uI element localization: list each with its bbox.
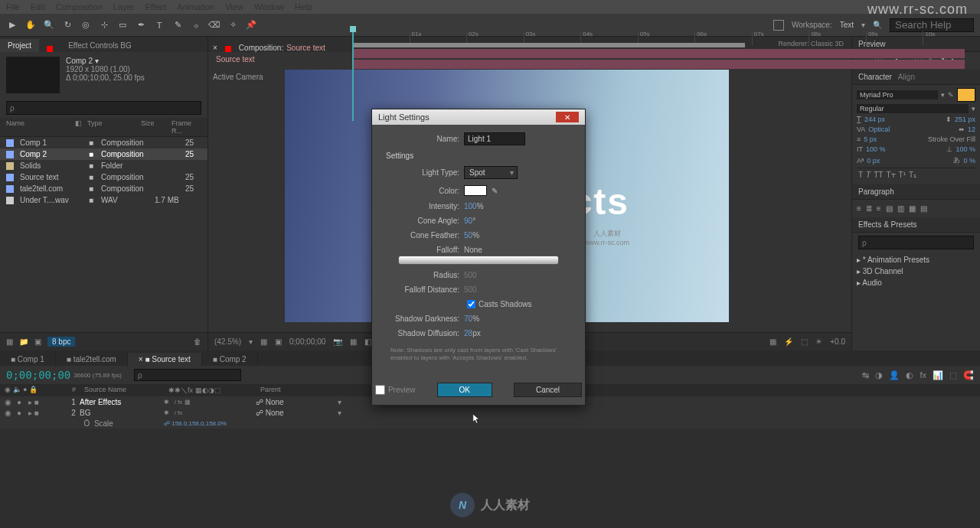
name-input[interactable]	[464, 132, 525, 145]
ok-button[interactable]: OK	[437, 383, 492, 397]
menu-window[interactable]: Window	[254, 2, 284, 11]
light-type-dropdown[interactable]: Spot	[464, 166, 518, 179]
color-eyedropper-icon[interactable]: ✎	[492, 187, 498, 195]
hand-tool-icon[interactable]: ✋	[24, 19, 37, 31]
folder-icon[interactable]: 📁	[19, 337, 28, 346]
menu-layer[interactable]: Layer	[113, 2, 135, 11]
layer-bar-1[interactable]	[352, 49, 965, 58]
menu-view[interactable]: View	[225, 2, 243, 11]
brush-tool-icon[interactable]: ✎	[172, 19, 184, 31]
col-label-icon[interactable]: ◧	[75, 119, 87, 135]
col-switches: ✱✱＼fx ▦◐◑⬚	[168, 386, 260, 396]
dialog-close-button[interactable]: ✕	[556, 112, 579, 122]
col-type[interactable]: Type	[87, 119, 141, 135]
playhead[interactable]	[352, 29, 354, 121]
interpret-icon[interactable]: ▦	[6, 337, 13, 346]
pen-tool-icon[interactable]: ✒	[135, 19, 147, 31]
trash-icon[interactable]: 🗑	[194, 337, 201, 346]
zoom-tool-icon[interactable]: 🔍	[43, 19, 55, 31]
menu-file[interactable]: File	[6, 2, 20, 11]
timeline-tab[interactable]: ■ tale2tell.com	[56, 353, 128, 366]
project-item[interactable]: Comp 1■Composition25	[0, 137, 207, 148]
col-framerate[interactable]: Frame R...	[172, 119, 201, 135]
color-swatch[interactable]	[464, 185, 487, 196]
tab-effect-controls[interactable]: Effect Controls BG	[60, 39, 139, 52]
project-panel: Project Effect Controls BG Comp 2 ▾ 1920…	[0, 37, 208, 350]
falloff-scrub-bar[interactable]	[398, 256, 559, 265]
timeline-tab[interactable]: ■ Comp 2	[202, 353, 258, 366]
comp-tab-label[interactable]: Composition:	[239, 44, 283, 52]
timeline-tab[interactable]: × ■ Source text	[128, 353, 202, 366]
mouse-cursor-icon	[472, 414, 482, 425]
camera-tool-icon[interactable]: ◎	[80, 19, 92, 31]
workspace-arrow-icon[interactable]: ▾	[861, 21, 865, 29]
footer-logo-text: 人人素材	[481, 497, 530, 513]
timeline-search-input[interactable]	[134, 369, 241, 381]
project-item[interactable]: Comp 2■Composition25	[0, 148, 207, 160]
clone-tool-icon[interactable]: ⟐	[190, 19, 202, 31]
eraser-tool-icon[interactable]: ⌫	[208, 19, 220, 31]
rotate-tool-icon[interactable]: ↻	[61, 19, 74, 31]
comp-thumbnail	[6, 57, 60, 93]
menu-help[interactable]: Help	[295, 2, 312, 11]
tab-project[interactable]: Project	[0, 39, 39, 52]
project-item[interactable]: Under T....wav■WAV1.7 MB	[0, 194, 207, 206]
col-name[interactable]: Name	[6, 119, 75, 135]
zoom-dropdown[interactable]: (42.5%)	[214, 337, 241, 346]
new-comp-icon[interactable]: ▣	[34, 337, 41, 346]
cone-angle-value[interactable]: 90	[464, 217, 472, 225]
search-help-input[interactable]	[890, 18, 974, 32]
shadow-darkness-value[interactable]: 70	[464, 315, 472, 323]
shadow-diffusion-value[interactable]: 28	[464, 329, 472, 337]
snapshot-icon[interactable]: 📷	[333, 337, 342, 346]
project-item[interactable]: Solids■Folder	[0, 160, 207, 171]
mask-icon[interactable]: ▣	[275, 337, 282, 346]
cone-angle-label: Cone Angle:	[383, 217, 464, 225]
menu-composition[interactable]: Composition	[56, 2, 103, 11]
selection-tool-icon[interactable]: ▶	[6, 19, 18, 31]
timeline-tab[interactable]: ■ Comp 1	[0, 353, 56, 366]
preview-label: Preview	[388, 386, 416, 394]
intensity-label: Intensity:	[383, 202, 464, 210]
anchor-tool-icon[interactable]: ⊹	[98, 19, 110, 31]
col-source-name[interactable]: Source Name	[84, 386, 168, 396]
bpc-button[interactable]: 8 bpc	[47, 337, 75, 347]
comp-name[interactable]: Comp 2 ▾	[66, 57, 145, 65]
shadow-diffusion-label: Shadow Diffusion:	[383, 329, 464, 337]
project-search-input[interactable]	[6, 101, 201, 115]
grid-icon[interactable]: ▦	[260, 337, 267, 346]
intensity-value[interactable]: 100	[464, 202, 477, 210]
settings-section-label: Settings	[386, 152, 574, 160]
cone-feather-value[interactable]: 50	[464, 231, 472, 240]
footer-logo-icon: N	[450, 493, 475, 517]
shape-tool-icon[interactable]: ▭	[116, 19, 129, 31]
light-type-label: Light Type:	[383, 168, 464, 177]
workspace-dropdown[interactable]: Text	[840, 21, 854, 29]
casts-shadows-checkbox[interactable]	[467, 300, 475, 308]
cancel-button[interactable]: Cancel	[514, 383, 582, 397]
puppet-tool-icon[interactable]: 📌	[245, 19, 257, 31]
active-camera-label[interactable]: Active Camera	[213, 73, 263, 81]
current-time[interactable]: 0;00;00;00	[289, 337, 325, 346]
menu-edit[interactable]: Edit	[31, 2, 45, 11]
comp-tab-link[interactable]: Source text	[286, 44, 325, 52]
menu-effect[interactable]: Effect	[145, 2, 166, 11]
resolution-dropdown[interactable]: ▾	[249, 337, 253, 346]
col-parent[interactable]: Parent	[260, 386, 281, 396]
workspace-square-icon[interactable]	[773, 20, 784, 31]
menu-animation[interactable]: Animation	[177, 2, 214, 11]
project-item[interactable]: Source text■Composition25	[0, 171, 207, 183]
timeline-timecode[interactable]: 0;00;00;00	[6, 369, 70, 381]
work-area-bar[interactable]	[352, 43, 745, 47]
col-size[interactable]: Size	[141, 119, 172, 135]
project-item[interactable]: tale2tell.com■Composition25	[0, 183, 207, 194]
text-tool-icon[interactable]: T	[153, 19, 165, 31]
comp-x-icon[interactable]: ×	[213, 44, 217, 52]
shadow-diffusion-unit: px	[472, 329, 481, 337]
cone-feather-label: Cone Feather:	[383, 231, 464, 240]
roto-tool-icon[interactable]: ✧	[227, 19, 239, 31]
preview-checkbox[interactable]	[375, 385, 385, 395]
falloff-distance-label: Falloff Distance:	[383, 285, 464, 294]
falloff-value[interactable]: None	[464, 246, 482, 254]
layer-bar-2[interactable]	[352, 60, 965, 69]
